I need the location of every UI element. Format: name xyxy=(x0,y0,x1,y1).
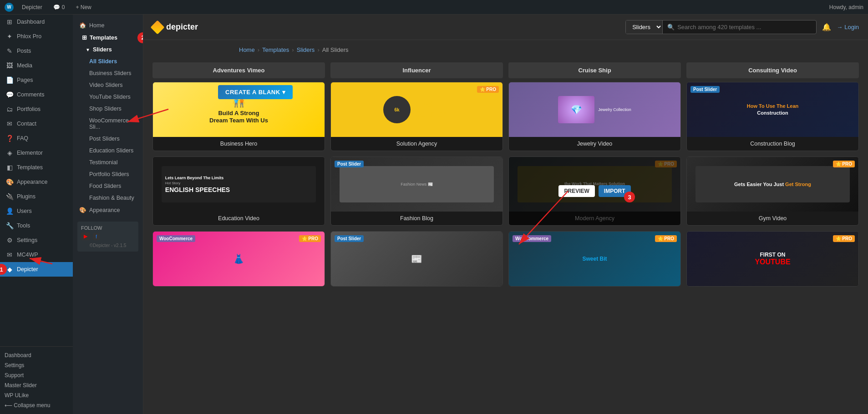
template-card-education-video[interactable]: Lets Learn Beyond The Limits Hot Story E… xyxy=(152,157,325,226)
template-card-bottom3[interactable]: Sweet Bit WooCommerce ⭐ PRO PREVIEW IMPO… xyxy=(508,231,681,287)
sidebar-item-settings[interactable]: ⚙ Settings xyxy=(0,233,73,247)
preview-btn-bottom1[interactable]: PREVIEW xyxy=(203,253,239,265)
plugin-woocommerce-sliders[interactable]: WooCommerce Sli... xyxy=(73,115,143,133)
sidebar-item-depicter[interactable]: ◆ Depicter 1 xyxy=(0,262,73,277)
youtube-follow-btn[interactable]: ▶ xyxy=(81,232,90,240)
breadcrumb-templates[interactable]: Templates xyxy=(262,46,289,53)
preview-btn-fashion[interactable]: PREVIEW xyxy=(381,185,416,197)
logo-area: depicter xyxy=(152,22,198,32)
breadcrumb-home[interactable]: Home xyxy=(239,46,255,53)
sidebar-item-users[interactable]: 👤 Users xyxy=(0,204,73,218)
sidebar-item-contact[interactable]: ✉ Contact xyxy=(0,116,73,131)
sidebar-item-posts[interactable]: ✎ Posts xyxy=(0,44,73,58)
import-btn-jewelry[interactable]: IMPORT xyxy=(599,111,631,122)
import-btn-bottom3[interactable]: IMPORT xyxy=(599,253,631,265)
plugin-business-sliders[interactable]: Business Sliders xyxy=(73,67,143,79)
wp-logo-icon[interactable]: W xyxy=(5,3,14,12)
plugin-post-sliders[interactable]: Post Sliders xyxy=(73,133,143,145)
sidebar-item-media[interactable]: 🖼 Media xyxy=(0,58,73,73)
sidebar-item-label: MC4WP xyxy=(17,252,38,258)
import-btn-gym[interactable]: IMPORT xyxy=(777,185,809,197)
import-btn-construction[interactable]: IMPORT xyxy=(777,111,809,122)
sidebar-bottom-dashboard[interactable]: Dashboard xyxy=(0,350,73,360)
plugin-fashion-beauty[interactable]: Fashion & Beauty xyxy=(73,192,143,204)
wp-sidebar: ⊞ Dashboard ✦ Phlox Pro ✎ Posts 🖼 Media … xyxy=(0,15,73,414)
plugin-home-item[interactable]: 🏠 Home xyxy=(73,19,143,31)
sidebar-item-faq[interactable]: ❓ FAQ xyxy=(0,131,73,146)
import-btn-solution[interactable]: IMPORT xyxy=(421,111,453,122)
comments-item[interactable]: 💬 0 xyxy=(51,2,68,12)
import-btn-bottom1[interactable]: IMPORT xyxy=(243,253,275,265)
sidebar-item-dashboard[interactable]: ⊞ Dashboard xyxy=(0,15,73,29)
template-card-bottom4[interactable]: FIRST ON YOUTUBE ⭐ PRO PREVIEW IMPORT xyxy=(686,231,859,287)
preview-btn-gym[interactable]: PREVIEW xyxy=(736,185,772,197)
sidebar-item-tools[interactable]: 🔧 Tools xyxy=(0,218,73,233)
sidebar-item-label: Dashboard xyxy=(17,19,45,25)
preview-btn-jewelry[interactable]: PREVIEW xyxy=(558,111,594,122)
plugin-youtube-sliders[interactable]: YouTube Sliders xyxy=(73,91,143,103)
import-btn-fashion[interactable]: IMPORT xyxy=(421,185,453,197)
sidebar-bottom-support[interactable]: Support xyxy=(0,370,73,380)
settings-icon: ⚙ xyxy=(6,237,13,244)
template-card-bottom2[interactable]: 📰 Post Slider PREVIEW IMPORT xyxy=(330,231,503,287)
import-btn-business-hero[interactable]: IMPORT xyxy=(243,111,275,122)
comments-icon: 💬 xyxy=(6,91,13,98)
sidebar-item-pages[interactable]: 📄 Pages xyxy=(0,73,73,87)
breadcrumb-sliders[interactable]: Sliders xyxy=(297,46,315,53)
preview-btn-modern[interactable]: PREVIEW xyxy=(558,185,594,197)
import-btn-bottom4[interactable]: IMPORT xyxy=(777,253,809,265)
plugin-food-sliders[interactable]: Food Sliders xyxy=(73,180,143,192)
templates-icon: ⊞ xyxy=(82,34,87,41)
create-blank-button[interactable]: CREATE A BLANK ▾ xyxy=(218,85,293,99)
new-item[interactable]: + New xyxy=(73,2,94,12)
notification-bell-icon[interactable]: 🔔 xyxy=(822,23,831,31)
plugin-sidebar: 🏠 Home ⊞ Templates 2 ▼ Sliders All Slide… xyxy=(73,15,143,414)
plugin-shop-sliders[interactable]: Shop Sliders xyxy=(73,103,143,115)
plugin-templates-item[interactable]: ⊞ Templates 2 xyxy=(73,31,143,44)
template-card-fashion-blog[interactable]: Fashion News 📰 Post Slider PREVIEW IMPOR… xyxy=(330,157,503,226)
preview-btn-bottom2[interactable]: PREVIEW xyxy=(381,253,416,265)
preview-btn-bottom3[interactable]: PREVIEW xyxy=(558,253,594,265)
sidebar-item-elementor[interactable]: ◈ Elementor xyxy=(0,146,73,160)
sidebar-bottom-wp-ulike[interactable]: WP ULike xyxy=(0,390,73,400)
template-card-jewelry-video[interactable]: 💎 Jewelry Collection PREVIEW IMPORT Jewe… xyxy=(508,82,681,151)
template-card-construction-blog[interactable]: How To Use The LeanConstruction Post Sli… xyxy=(686,82,859,151)
plugin-appearance-item[interactable]: 🎨 Appearance xyxy=(73,204,143,216)
preview-btn-solution[interactable]: PREVIEW xyxy=(381,111,416,122)
sidebar-item-mc4wp[interactable]: ✉ MC4WP xyxy=(0,247,73,262)
template-card-solution-agency[interactable]: 6k FindSolution. ⭐ PRO PREVIEW IMPORT So… xyxy=(330,82,503,151)
plugin-video-sliders[interactable]: Video Sliders xyxy=(73,79,143,91)
template-card-gym-video[interactable]: Gets Easier You Just Get Strong ⭐ PRO PR… xyxy=(686,157,859,226)
sidebar-bottom-master-slider[interactable]: Master Slider xyxy=(0,380,73,390)
login-button[interactable]: → Login xyxy=(837,24,859,30)
elementor-icon: ◈ xyxy=(6,149,13,157)
sidebar-item-plugins[interactable]: 🔌 Plugins xyxy=(0,189,73,204)
sidebar-item-label: Phlox Pro xyxy=(17,33,41,40)
preview-btn-construction[interactable]: PREVIEW xyxy=(736,111,772,122)
preview-btn-business-hero[interactable]: PREVIEW xyxy=(203,111,239,122)
plugin-education-sliders[interactable]: Education Sliders xyxy=(73,145,143,157)
plugin-all-sliders-label: All Sliders xyxy=(89,58,117,65)
plugin-testimonial[interactable]: Testimonial xyxy=(73,157,143,168)
import-btn-education[interactable]: IMPORT xyxy=(243,185,275,197)
sidebar-item-portfolios[interactable]: 🗂 Portfolios xyxy=(0,102,73,116)
sidebar-item-comments[interactable]: 💬 Comments xyxy=(0,87,73,102)
template-card-bottom1[interactable]: 👗 WooCommerce ⭐ PRO PREVIEW IMPORT xyxy=(152,231,325,287)
plugin-sliders-item[interactable]: ▼ Sliders xyxy=(73,44,143,56)
preview-btn-education[interactable]: PREVIEW xyxy=(203,185,239,197)
sidebar-item-templates[interactable]: ◧ Templates xyxy=(0,160,73,175)
preview-btn-bottom4[interactable]: PREVIEW xyxy=(736,253,772,265)
sidebar-bottom-settings[interactable]: Settings xyxy=(0,360,73,370)
import-btn-bottom2[interactable]: IMPORT xyxy=(421,253,453,265)
template-card-modern-agency[interactable]: the Work That Matters Solution ⭐ PRO PRE… xyxy=(508,157,681,226)
search-input[interactable] xyxy=(677,24,812,30)
plugin-portfolio-sliders[interactable]: Portfolio Sliders xyxy=(73,168,143,180)
site-name-item[interactable]: Depicter xyxy=(19,2,45,12)
facebook-follow-btn[interactable]: f xyxy=(93,233,100,240)
search-type-dropdown[interactable]: Sliders xyxy=(626,20,663,34)
sidebar-item-phlox[interactable]: ✦ Phlox Pro xyxy=(0,29,73,44)
plugin-all-sliders-item[interactable]: All Sliders xyxy=(73,56,143,67)
collapse-menu-btn[interactable]: ⟵ Collapse menu xyxy=(0,400,73,410)
card-overlay-modern[interactable]: PREVIEW IMPORT xyxy=(509,157,680,225)
sidebar-item-appearance[interactable]: 🎨 Appearance xyxy=(0,175,73,189)
